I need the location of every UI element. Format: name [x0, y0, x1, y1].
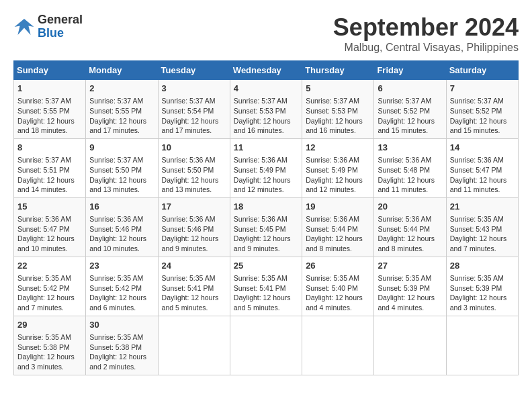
calendar-cell: 26Sunrise: 5:35 AMSunset: 5:40 PMDayligh… — [302, 257, 374, 316]
calendar-cell: 12Sunrise: 5:36 AMSunset: 5:49 PMDayligh… — [302, 138, 374, 197]
cell-info-line: Sunrise: 5:36 AM — [306, 214, 370, 224]
day-number: 24 — [162, 260, 226, 272]
cell-info-line: Daylight: 12 hours — [162, 293, 226, 303]
day-number: 11 — [234, 142, 298, 154]
day-number: 13 — [378, 142, 442, 154]
cell-info-line: Daylight: 12 hours — [162, 234, 226, 244]
cell-info-line: Sunset: 5:54 PM — [162, 106, 226, 116]
cell-info-line: and 11 minutes. — [450, 185, 515, 195]
cell-info-line: and 5 minutes. — [162, 303, 226, 313]
cell-info-line: Daylight: 12 hours — [89, 293, 154, 303]
calendar-cell: 27Sunrise: 5:35 AMSunset: 5:39 PMDayligh… — [374, 257, 446, 316]
calendar-week-row: 29Sunrise: 5:35 AMSunset: 5:38 PMDayligh… — [14, 316, 519, 375]
cell-info-line: and 13 minutes. — [162, 185, 226, 195]
cell-info-line: Daylight: 12 hours — [17, 175, 82, 185]
cell-info-line: Sunrise: 5:35 AM — [378, 273, 442, 283]
cell-info-line: Daylight: 12 hours — [89, 234, 154, 244]
cell-info-line: Daylight: 12 hours — [450, 234, 515, 244]
day-number: 5 — [306, 83, 370, 95]
cell-info-line: Sunset: 5:38 PM — [89, 342, 154, 353]
cell-info-line: Daylight: 12 hours — [17, 116, 82, 126]
page-header: General Blue September 2024 Malbug, Cent… — [13, 13, 519, 54]
calendar-cell — [158, 316, 230, 375]
cell-info-line: and 10 minutes. — [89, 244, 154, 254]
cell-info-line: Sunset: 5:46 PM — [162, 224, 226, 234]
cell-info-line: Sunrise: 5:35 AM — [450, 273, 515, 283]
cell-info-line: Daylight: 12 hours — [234, 293, 298, 303]
cell-info-line: Sunrise: 5:37 AM — [17, 155, 82, 165]
calendar-cell: 3Sunrise: 5:37 AMSunset: 5:54 PMDaylight… — [158, 80, 230, 139]
day-number: 17 — [162, 201, 226, 213]
cell-info-line: and 9 minutes. — [234, 244, 298, 254]
cell-info-line: Sunrise: 5:35 AM — [306, 273, 370, 283]
day-number: 18 — [234, 201, 298, 213]
calendar-cell: 19Sunrise: 5:36 AMSunset: 5:44 PMDayligh… — [302, 197, 374, 257]
cell-info-line: Sunrise: 5:35 AM — [17, 332, 82, 342]
cell-info-line: Daylight: 12 hours — [450, 293, 515, 303]
cell-info-line: Sunset: 5:53 PM — [234, 106, 298, 116]
calendar-cell: 11Sunrise: 5:36 AMSunset: 5:49 PMDayligh… — [230, 138, 302, 197]
cell-info-line: Sunset: 5:50 PM — [89, 165, 154, 175]
day-number: 25 — [234, 260, 298, 272]
day-number: 28 — [450, 260, 515, 272]
calendar-cell — [374, 316, 446, 375]
cell-info-line: Sunset: 5:45 PM — [234, 224, 298, 234]
day-number: 30 — [89, 319, 154, 331]
day-number: 19 — [306, 201, 370, 213]
cell-info-line: and 10 minutes. — [17, 244, 82, 254]
cell-info-line: Sunrise: 5:36 AM — [162, 214, 226, 224]
calendar-cell: 14Sunrise: 5:36 AMSunset: 5:47 PMDayligh… — [446, 138, 518, 197]
cell-info-line: and 12 minutes. — [306, 185, 370, 195]
cell-info-line: Daylight: 12 hours — [378, 293, 442, 303]
cell-info-line: and 4 minutes. — [306, 303, 370, 313]
day-number: 3 — [162, 83, 226, 95]
calendar-cell: 16Sunrise: 5:36 AMSunset: 5:46 PMDayligh… — [86, 197, 158, 257]
calendar-cell: 18Sunrise: 5:36 AMSunset: 5:45 PMDayligh… — [230, 197, 302, 257]
calendar-cell — [446, 316, 518, 375]
cell-info-line: Sunrise: 5:36 AM — [17, 214, 82, 224]
cell-info-line: Daylight: 12 hours — [306, 116, 370, 126]
cell-info-line: Sunset: 5:40 PM — [306, 283, 370, 293]
cell-info-line: and 11 minutes. — [378, 185, 442, 195]
cell-info-line: Daylight: 12 hours — [306, 293, 370, 303]
calendar-cell: 9Sunrise: 5:37 AMSunset: 5:50 PMDaylight… — [86, 138, 158, 197]
cell-info-line: Daylight: 12 hours — [162, 116, 226, 126]
cell-info-line: Daylight: 12 hours — [234, 116, 298, 126]
calendar-cell: 23Sunrise: 5:35 AMSunset: 5:42 PMDayligh… — [86, 257, 158, 316]
day-number: 14 — [450, 142, 515, 154]
cell-info-line: Sunset: 5:47 PM — [17, 224, 82, 234]
calendar-cell: 29Sunrise: 5:35 AMSunset: 5:38 PMDayligh… — [14, 316, 86, 375]
month-title: September 2024 — [333, 13, 519, 42]
cell-info-line: Sunrise: 5:36 AM — [89, 214, 154, 224]
cell-info-line: Daylight: 12 hours — [378, 175, 442, 185]
day-number: 26 — [306, 260, 370, 272]
day-number: 2 — [89, 83, 154, 95]
cell-info-line: Sunset: 5:41 PM — [234, 283, 298, 293]
cell-info-line: and 6 minutes. — [89, 303, 154, 313]
day-number: 1 — [17, 83, 82, 95]
cell-info-line: and 17 minutes. — [89, 126, 154, 136]
cell-info-line: Daylight: 12 hours — [378, 234, 442, 244]
cell-info-line: Sunrise: 5:35 AM — [89, 273, 154, 283]
cell-info-line: Sunrise: 5:35 AM — [162, 273, 226, 283]
cell-info-line: and 3 minutes. — [17, 362, 82, 372]
cell-info-line: Sunset: 5:39 PM — [450, 283, 515, 293]
cell-info-line: and 18 minutes. — [17, 126, 82, 136]
cell-info-line: Sunrise: 5:36 AM — [306, 155, 370, 165]
calendar-cell: 1Sunrise: 5:37 AMSunset: 5:55 PMDaylight… — [14, 80, 86, 139]
cell-info-line: and 7 minutes. — [450, 244, 515, 254]
day-number: 9 — [89, 142, 154, 154]
cell-info-line: Daylight: 12 hours — [89, 352, 154, 362]
cell-info-line: Daylight: 12 hours — [234, 234, 298, 244]
cell-info-line: and 3 minutes. — [450, 303, 515, 313]
calendar-cell: 13Sunrise: 5:36 AMSunset: 5:48 PMDayligh… — [374, 138, 446, 197]
calendar-cell: 5Sunrise: 5:37 AMSunset: 5:53 PMDaylight… — [302, 80, 374, 139]
cell-info-line: and 12 minutes. — [234, 185, 298, 195]
col-friday: Friday — [374, 61, 446, 80]
cell-info-line: Sunrise: 5:37 AM — [450, 96, 515, 106]
cell-info-line: Sunset: 5:55 PM — [89, 106, 154, 116]
calendar-cell: 17Sunrise: 5:36 AMSunset: 5:46 PMDayligh… — [158, 197, 230, 257]
day-number: 15 — [17, 201, 82, 213]
cell-info-line: Sunset: 5:42 PM — [17, 283, 82, 293]
cell-info-line: Sunset: 5:43 PM — [450, 224, 515, 234]
